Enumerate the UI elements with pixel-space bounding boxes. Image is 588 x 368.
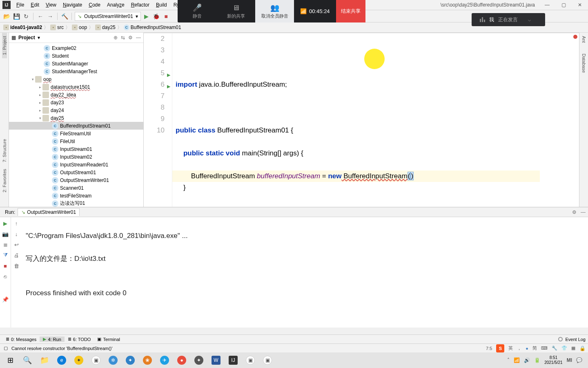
app-icon[interactable]: ▣ [259,353,276,367]
app-icon[interactable]: ❀ [139,353,156,367]
tree-icon[interactable]: ≣ [2,241,9,248]
run-gutter-icon[interactable]: ▶ [167,81,170,92]
explorer-icon[interactable]: 📁 [36,353,53,367]
app-icon[interactable]: ✈ [156,353,173,367]
build-icon[interactable]: 🔨 [60,12,69,20]
run-gutter-icon[interactable]: ▶ [167,69,170,81]
wrap-icon[interactable]: ↩ [13,241,20,248]
run-icon[interactable]: ▶ [143,12,151,20]
menu-build[interactable]: Build [153,1,170,9]
tree-item[interactable]: C边读边写01 [9,200,143,207]
screenshot-icon[interactable]: 📷 [2,230,9,238]
print-icon[interactable]: 🖨 [13,251,20,259]
up-icon[interactable]: ↑ [13,220,20,227]
sidebar-project-tab[interactable]: 1: Project [2,33,7,58]
app-icon[interactable]: ✦ [122,353,139,367]
tree-item[interactable]: ▸datastructure1501 [9,83,143,91]
tree-item[interactable]: CStudentManager [9,60,143,67]
stop-icon[interactable]: ■ [2,262,9,269]
tray-network-icon[interactable]: 📶 [514,357,520,363]
tree-item[interactable]: ▸day22_idea [9,91,143,99]
tree-item[interactable]: CInputStream01 [9,145,143,153]
tree-toggle-icon[interactable]: ▸ [38,93,42,97]
console-output[interactable]: "C:\Program Files\Java\jdk1.8.0_281\bin\… [22,217,588,328]
tree-toggle-icon[interactable]: ▾ [30,77,35,81]
rerun-icon[interactable]: ▶ [2,220,9,227]
window-maximize-button[interactable]: ▢ [559,2,568,8]
refresh-icon[interactable]: ↻ [22,12,30,20]
edge-icon[interactable]: e [53,353,70,367]
conf-mute-button[interactable]: 🎤 静音 [178,0,216,22]
tray-volume-icon[interactable]: 🔊 [524,357,530,363]
save-icon[interactable]: 💾 [12,12,20,20]
window-minimize-button[interactable]: — [543,2,551,8]
start-button[interactable]: ⊞ [2,353,19,367]
sidebar-ant-tab[interactable]: Ant [581,33,586,46]
down-icon[interactable]: ↓ [13,230,20,238]
line-gutter[interactable]: 2 3 4 5 6 7 8 9 10 ▶ ▶ [144,33,172,207]
app-icon[interactable]: ▣ [87,353,105,367]
menu-navigate[interactable]: Navigate [60,1,85,9]
project-tree[interactable]: CExample02CStudentCStudentManagerCStuden… [9,43,143,207]
ime-full[interactable]: ● [526,346,528,351]
grid-icon[interactable]: ▦ [571,346,575,351]
app-icon[interactable]: ✦ [70,353,87,367]
tool-terminal[interactable]: ▣Terminal [94,337,123,342]
tool-run[interactable]: ▶4: Run [40,337,64,342]
locate-icon[interactable]: ⊕ [114,35,118,40]
code-area[interactable]: import java.io.BufferedInputStream; publ… [172,33,579,207]
tree-item[interactable]: ▾oop [9,75,143,83]
menu-file[interactable]: File [13,1,27,9]
intellij-icon[interactable]: IJ [225,353,242,367]
menu-refactor[interactable]: Refactor [128,1,153,9]
breadcrumb-item[interactable]: ▪day25 [95,25,116,30]
tree-item[interactable]: ▸day24 [9,106,143,114]
delete-icon[interactable]: 🗑 [13,262,20,269]
tree-item[interactable]: ▸day23 [9,99,143,106]
ime-punct[interactable]: ， [517,345,521,351]
filter-icon[interactable]: ⧩ [2,251,9,259]
chevron-down-icon[interactable]: ▾ [38,35,40,40]
tree-toggle-icon[interactable]: ▸ [38,101,42,105]
sidebar-structure-tab[interactable]: 7: Structure [2,136,7,166]
conf-share-button[interactable]: 🖥 新的共享 [216,0,255,22]
sidebar-favorites-tab[interactable]: 2: Favorites [2,166,7,195]
window-close-button[interactable]: ✕ [576,2,584,8]
forward-icon[interactable]: → [46,12,54,20]
app-icon[interactable]: ✦ [190,353,207,367]
stop-icon[interactable]: ■ [162,12,170,20]
back-icon[interactable]: ← [36,12,45,20]
tool-icon[interactable]: 🔧 [552,346,557,351]
chevron-down-icon[interactable]: ⌵ [528,17,531,22]
tree-item[interactable]: CtestFileStream [9,192,143,200]
tree-item[interactable]: CFileStreamUtil [9,130,143,137]
tree-item[interactable]: CInputStreamReader01 [9,161,143,168]
tree-item[interactable]: CStudent [9,52,143,60]
lock-icon[interactable]: 🔒 [579,346,586,351]
collapse-icon[interactable]: ⇆ [121,35,125,40]
tool-todo[interactable]: ≣6: TODO [65,337,94,342]
run-config-tab[interactable]: ↘ OutputStreamWriter01 [18,208,80,216]
run-settings-icon[interactable]: ⚙ [572,209,577,215]
tree-item[interactable]: CInputStream02 [9,153,143,161]
editor-body[interactable]: 2 3 4 5 6 7 8 9 10 ▶ ▶ import java.io.Bu… [144,33,579,207]
menu-edit[interactable]: Edit [27,1,42,9]
status-icon[interactable]: ▢ [2,345,9,352]
conf-cancel-mute-button[interactable]: 👥 取消全员静音 [255,0,294,22]
app-icon[interactable]: ▣ [242,353,259,367]
tree-toggle-icon[interactable]: ▾ [38,116,42,120]
tree-toggle-icon[interactable]: ▸ [38,108,42,112]
conf-end-button[interactable]: 结束共享 [336,0,365,22]
taskbar-clock[interactable]: 8:51 2021/5/21 [544,355,563,365]
caret-position[interactable]: 7:5 [486,346,492,351]
open-icon[interactable]: 📂 [2,12,11,20]
tree-item[interactable]: COutputStream01 [9,168,143,176]
tree-item[interactable]: CStudentManagerTest [9,67,143,75]
tree-item[interactable]: CBufferedInputStream01 [9,122,143,130]
tool-eventlog[interactable]: Event Log [565,337,586,342]
tree-item[interactable]: CExample02 [9,44,143,52]
exit-icon[interactable]: ⎋ [2,273,9,280]
tree-item[interactable]: CFileUtil [9,137,143,145]
ime-simp[interactable]: 简 [532,345,537,351]
sogou-ime-icon[interactable]: S [496,344,504,352]
